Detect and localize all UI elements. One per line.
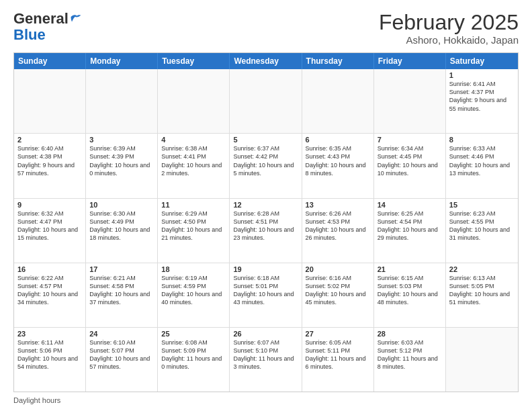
logo-bird-icon <box>70 13 82 25</box>
logo-general: General <box>13 11 69 27</box>
day-number: 22 <box>449 265 515 273</box>
day-info: Sunrise: 6:11 AM Sunset: 5:06 PM Dayligh… <box>17 338 82 371</box>
calendar-week-row: 16Sunrise: 6:22 AM Sunset: 4:57 PM Dayli… <box>14 263 518 328</box>
day-cell: 1Sunrise: 6:41 AM Sunset: 4:37 PM Daylig… <box>446 69 518 133</box>
day-cell: 5Sunrise: 6:37 AM Sunset: 4:42 PM Daylig… <box>230 134 302 197</box>
empty-day-cell <box>230 69 302 133</box>
day-cell: 15Sunrise: 6:23 AM Sunset: 4:55 PM Dayli… <box>446 199 518 263</box>
day-info: Sunrise: 6:16 AM Sunset: 5:02 PM Dayligh… <box>306 274 370 307</box>
day-cell: 19Sunrise: 6:18 AM Sunset: 5:01 PM Dayli… <box>230 263 302 327</box>
calendar-week-row: 2Sunrise: 6:40 AM Sunset: 4:38 PM Daylig… <box>14 134 518 198</box>
day-number: 17 <box>89 265 154 273</box>
calendar-week-row: 9Sunrise: 6:32 AM Sunset: 4:47 PM Daylig… <box>14 199 518 263</box>
day-cell: 6Sunrise: 6:35 AM Sunset: 4:43 PM Daylig… <box>302 134 374 197</box>
day-cell: 3Sunrise: 6:39 AM Sunset: 4:39 PM Daylig… <box>86 134 158 197</box>
empty-day-cell <box>446 328 518 392</box>
day-number: 7 <box>378 136 442 144</box>
day-cell: 12Sunrise: 6:28 AM Sunset: 4:51 PM Dayli… <box>230 199 302 263</box>
day-info: Sunrise: 6:05 AM Sunset: 5:11 PM Dayligh… <box>306 338 370 371</box>
day-cell: 26Sunrise: 6:07 AM Sunset: 5:10 PM Dayli… <box>230 328 302 392</box>
day-info: Sunrise: 6:22 AM Sunset: 4:57 PM Dayligh… <box>17 274 82 307</box>
header: General Blue February 2025 Ashoro, Hokka… <box>13 11 519 46</box>
day-number: 28 <box>378 330 442 338</box>
day-info: Sunrise: 6:33 AM Sunset: 4:46 PM Dayligh… <box>449 144 515 177</box>
day-number: 26 <box>233 330 298 338</box>
day-number: 2 <box>17 136 82 144</box>
day-number: 3 <box>89 136 154 144</box>
weekday-header: Friday <box>374 53 446 69</box>
day-info: Sunrise: 6:03 AM Sunset: 5:12 PM Dayligh… <box>378 338 442 371</box>
day-cell: 18Sunrise: 6:19 AM Sunset: 4:59 PM Dayli… <box>158 263 230 327</box>
day-info: Sunrise: 6:37 AM Sunset: 4:42 PM Dayligh… <box>233 144 298 177</box>
footer: Daylight hours <box>13 396 519 404</box>
day-cell: 28Sunrise: 6:03 AM Sunset: 5:12 PM Dayli… <box>374 328 446 392</box>
day-info: Sunrise: 6:19 AM Sunset: 4:59 PM Dayligh… <box>161 274 226 307</box>
weekday-header: Wednesday <box>230 53 302 69</box>
calendar-header: SundayMondayTuesdayWednesdayThursdayFrid… <box>14 53 518 69</box>
day-info: Sunrise: 6:38 AM Sunset: 4:41 PM Dayligh… <box>161 144 226 177</box>
calendar-week-row: 23Sunrise: 6:11 AM Sunset: 5:06 PM Dayli… <box>14 328 518 392</box>
day-cell: 9Sunrise: 6:32 AM Sunset: 4:47 PM Daylig… <box>14 199 86 263</box>
weekday-header: Sunday <box>14 53 86 69</box>
weekday-header: Monday <box>86 53 158 69</box>
day-cell: 7Sunrise: 6:34 AM Sunset: 4:45 PM Daylig… <box>374 134 446 197</box>
day-info: Sunrise: 6:13 AM Sunset: 5:05 PM Dayligh… <box>449 274 515 307</box>
day-number: 6 <box>306 136 370 144</box>
day-number: 13 <box>306 201 370 209</box>
day-number: 9 <box>17 201 82 209</box>
empty-day-cell <box>158 69 230 133</box>
day-cell: 17Sunrise: 6:21 AM Sunset: 4:58 PM Dayli… <box>86 263 158 327</box>
day-info: Sunrise: 6:41 AM Sunset: 4:37 PM Dayligh… <box>449 80 515 113</box>
day-info: Sunrise: 6:15 AM Sunset: 5:03 PM Dayligh… <box>378 274 442 307</box>
day-info: Sunrise: 6:10 AM Sunset: 5:07 PM Dayligh… <box>89 338 154 371</box>
day-cell: 24Sunrise: 6:10 AM Sunset: 5:07 PM Dayli… <box>86 328 158 392</box>
day-number: 25 <box>161 330 226 338</box>
day-number: 20 <box>306 265 370 273</box>
day-number: 18 <box>161 265 226 273</box>
day-cell: 27Sunrise: 6:05 AM Sunset: 5:11 PM Dayli… <box>302 328 374 392</box>
day-info: Sunrise: 6:18 AM Sunset: 5:01 PM Dayligh… <box>233 274 298 307</box>
day-cell: 2Sunrise: 6:40 AM Sunset: 4:38 PM Daylig… <box>14 134 86 197</box>
empty-day-cell <box>302 69 374 133</box>
title-block: February 2025 Ashoro, Hokkaido, Japan <box>379 11 519 46</box>
weekday-header: Tuesday <box>158 53 230 69</box>
day-number: 1 <box>449 71 515 79</box>
day-cell: 16Sunrise: 6:22 AM Sunset: 4:57 PM Dayli… <box>14 263 86 327</box>
day-number: 8 <box>449 136 515 144</box>
day-number: 14 <box>378 201 442 209</box>
day-cell: 21Sunrise: 6:15 AM Sunset: 5:03 PM Dayli… <box>374 263 446 327</box>
weekday-header: Saturday <box>446 53 518 69</box>
day-cell: 8Sunrise: 6:33 AM Sunset: 4:46 PM Daylig… <box>446 134 518 197</box>
day-info: Sunrise: 6:34 AM Sunset: 4:45 PM Dayligh… <box>378 144 442 177</box>
day-cell: 10Sunrise: 6:30 AM Sunset: 4:49 PM Dayli… <box>86 199 158 263</box>
day-info: Sunrise: 6:23 AM Sunset: 4:55 PM Dayligh… <box>449 210 515 242</box>
empty-day-cell <box>14 69 86 133</box>
day-info: Sunrise: 6:35 AM Sunset: 4:43 PM Dayligh… <box>306 144 370 177</box>
day-info: Sunrise: 6:30 AM Sunset: 4:49 PM Dayligh… <box>89 210 154 242</box>
day-info: Sunrise: 6:07 AM Sunset: 5:10 PM Dayligh… <box>233 338 298 371</box>
empty-day-cell <box>86 69 158 133</box>
day-number: 4 <box>161 136 226 144</box>
day-cell: 13Sunrise: 6:26 AM Sunset: 4:53 PM Dayli… <box>302 199 374 263</box>
day-number: 24 <box>89 330 154 338</box>
location: Ashoro, Hokkaido, Japan <box>379 34 519 46</box>
day-number: 15 <box>449 201 515 209</box>
day-info: Sunrise: 6:26 AM Sunset: 4:53 PM Dayligh… <box>306 210 370 242</box>
day-info: Sunrise: 6:39 AM Sunset: 4:39 PM Dayligh… <box>89 144 154 177</box>
day-number: 5 <box>233 136 298 144</box>
page: General Blue February 2025 Ashoro, Hokka… <box>0 0 532 411</box>
day-info: Sunrise: 6:29 AM Sunset: 4:50 PM Dayligh… <box>161 210 226 242</box>
calendar-week-row: 1Sunrise: 6:41 AM Sunset: 4:37 PM Daylig… <box>14 69 518 134</box>
day-cell: 25Sunrise: 6:08 AM Sunset: 5:09 PM Dayli… <box>158 328 230 392</box>
day-cell: 20Sunrise: 6:16 AM Sunset: 5:02 PM Dayli… <box>302 263 374 327</box>
logo: General Blue <box>13 11 82 43</box>
day-info: Sunrise: 6:28 AM Sunset: 4:51 PM Dayligh… <box>233 210 298 242</box>
day-number: 19 <box>233 265 298 273</box>
day-number: 11 <box>161 201 226 209</box>
day-cell: 23Sunrise: 6:11 AM Sunset: 5:06 PM Dayli… <box>14 328 86 392</box>
month-title: February 2025 <box>379 11 519 34</box>
day-cell: 22Sunrise: 6:13 AM Sunset: 5:05 PM Dayli… <box>446 263 518 327</box>
day-cell: 4Sunrise: 6:38 AM Sunset: 4:41 PM Daylig… <box>158 134 230 197</box>
day-cell: 14Sunrise: 6:25 AM Sunset: 4:54 PM Dayli… <box>374 199 446 263</box>
day-info: Sunrise: 6:40 AM Sunset: 4:38 PM Dayligh… <box>17 144 82 177</box>
